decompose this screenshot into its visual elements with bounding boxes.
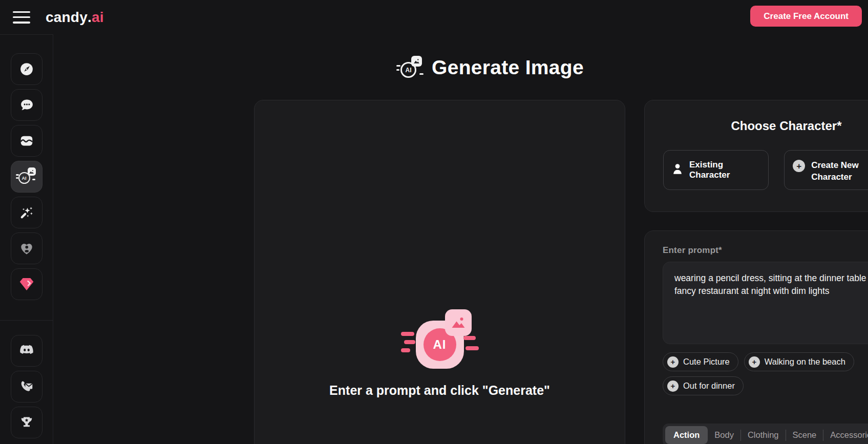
magic-wand-icon <box>19 205 34 220</box>
diamond-icon <box>18 277 35 292</box>
logo[interactable]: candy.ai <box>46 9 104 26</box>
sidebar-item-chat[interactable] <box>11 89 43 121</box>
sidebar-item-contact[interactable] <box>11 371 43 403</box>
compass-icon <box>19 61 34 77</box>
logo-dot: . <box>88 9 92 26</box>
create-new-character-label: Create New Character <box>811 160 868 183</box>
choose-character-heading: Choose Character* <box>663 119 868 133</box>
person-icon <box>672 163 683 178</box>
suggestion-chip-cute-picture[interactable]: + Cute Picture <box>663 352 738 371</box>
existing-character-button[interactable]: Existing Character <box>663 150 769 190</box>
chip-label: Out for dinner <box>683 381 735 391</box>
prompt-input[interactable]: wearing a pencil dress, sitting at the d… <box>663 262 868 344</box>
discord-icon <box>18 344 35 357</box>
create-new-character-button[interactable]: + Create New Character <box>784 150 868 190</box>
sidebar-item-magic-tools[interactable] <box>11 197 43 228</box>
image-preview-panel: AI Enter a prompt and click "Generate" <box>254 100 625 444</box>
sidebar-item-gallery[interactable] <box>11 125 43 157</box>
existing-character-label: Existing Character <box>689 160 760 180</box>
chat-bubble-icon <box>19 97 34 113</box>
ai-image-generator-icon: AI <box>17 167 36 186</box>
sidebar-item-generate-image[interactable]: AI <box>11 161 43 193</box>
preview-placeholder-text: Enter a prompt and click "Generate" <box>329 383 550 398</box>
chip-label: Walking on the beach <box>765 357 845 367</box>
hamburger-icon[interactable] <box>13 11 30 24</box>
category-tabbar: Action Body Clothing Scene Accessories V… <box>663 424 868 444</box>
page-title-row: AI Generate Image <box>154 56 828 79</box>
tab-body[interactable]: Body <box>708 426 740 444</box>
tab-action[interactable]: Action <box>665 426 708 444</box>
trophy-icon <box>19 415 34 430</box>
sidebar: AI <box>0 34 53 444</box>
logo-text-accent: ai <box>92 9 104 26</box>
choose-character-panel: Choose Character* Existing Character + C… <box>644 100 868 212</box>
prompt-panel: Enter prompt* wearing a pencil dress, si… <box>644 230 868 444</box>
create-free-account-button[interactable]: Create Free Account <box>750 6 862 27</box>
couple-heart-icon <box>19 241 34 256</box>
logo-text-primary: candy <box>46 9 88 26</box>
sidebar-divider <box>0 320 53 321</box>
suggestion-chip-walking-on-the-beach[interactable]: + Walking on the beach <box>744 352 854 371</box>
sidebar-item-premium[interactable] <box>11 268 43 300</box>
chip-label: Cute Picture <box>683 357 730 367</box>
ai-image-placeholder-icon: AI <box>401 309 479 370</box>
top-bar: candy.ai Create Free Account <box>0 0 868 34</box>
tab-accessories[interactable]: Accessories <box>823 426 868 444</box>
plus-circle-icon: + <box>793 160 805 172</box>
ai-image-icon: AI <box>398 56 424 79</box>
plus-circle-icon: + <box>749 356 760 368</box>
plus-circle-icon: + <box>667 380 679 392</box>
prompt-label: Enter prompt* <box>663 245 868 256</box>
suggestion-chip-out-for-dinner[interactable]: + Out for dinner <box>663 376 744 395</box>
tab-scene[interactable]: Scene <box>786 426 823 444</box>
sidebar-item-companion[interactable] <box>11 232 43 264</box>
photo-icon <box>19 133 34 149</box>
app-window: candy.ai Create Free Account AI <box>0 0 868 444</box>
main-content: AI Generate Image AI <box>53 34 868 444</box>
page-title: Generate Image <box>432 56 584 79</box>
prompt-suggestions: + Cute Picture + Walking on the beach + … <box>663 352 868 395</box>
tab-clothing[interactable]: Clothing <box>741 426 786 444</box>
sidebar-item-explore[interactable] <box>11 53 43 85</box>
phone-mail-icon <box>18 379 35 394</box>
sidebar-item-discord[interactable] <box>11 335 43 367</box>
plus-circle-icon: + <box>667 356 679 368</box>
sidebar-item-rewards[interactable] <box>11 407 43 438</box>
